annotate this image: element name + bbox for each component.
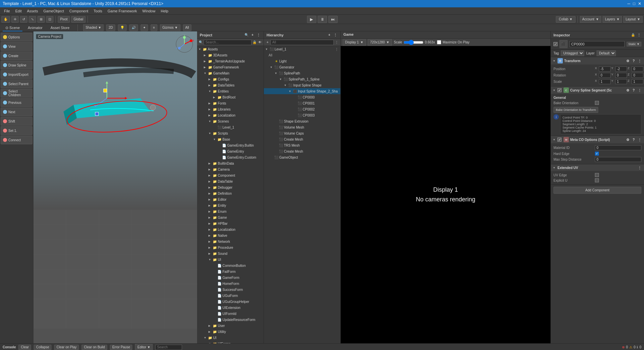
tree-localization2[interactable]: ▶ 📁 Localization [197,226,264,232]
tree-network[interactable]: ▶ 📁 Network [197,238,264,244]
material-id-input[interactable] [595,145,641,150]
meta-co-menu-icon[interactable]: ⋮ [637,137,642,142]
tree-enum[interactable]: ▶ 📁 Enum [197,208,264,214]
transform-settings-icon[interactable]: ⚙ [625,58,630,63]
curvy-spline-header[interactable]: ▼ ✓ C Curvy Spline Segment (Sc ⚙ ? ⋮ [551,86,644,94]
scale-y[interactable] [615,79,627,84]
hierarchy-create-mesh[interactable]: ⬛ Create Mesh [264,136,340,142]
hierarchy-cp0003[interactable]: ⬛ CP0003 [264,112,340,118]
effects-btn[interactable]: ✦ [141,24,148,31]
console-search-input[interactable] [155,345,182,350]
2d-btn[interactable]: 2D [106,24,115,31]
restore-btn[interactable]: □ [633,1,635,6]
extended-uv-header[interactable]: ▼ Extended UV ⋮ [551,164,644,171]
tree-user[interactable]: ▶ 📁 User [197,323,264,329]
tree-gameentry[interactable]: 📄 GameEntry [197,148,264,154]
tree-procedure[interactable]: ▶ 📁 Procedure [197,244,264,250]
tree-gameentry-custom[interactable]: 📄 GameEntry.Custom [197,154,264,160]
select-children-btn[interactable]: Select Children [1,89,32,98]
pause-button[interactable]: ⏸ [318,16,327,23]
tree-entities[interactable]: ▼ 📁 Entities [197,88,264,94]
position-z[interactable] [632,66,643,71]
static-dropdown[interactable]: Static ▼ [627,42,641,46]
lock-icon[interactable]: 🔒 [252,40,257,45]
extended-uv-menu-icon[interactable]: ⋮ [637,165,642,170]
console-clear-build-btn[interactable]: Clear on Build [82,345,107,350]
all-btn[interactable]: All [183,24,191,31]
console-editor-dropdown[interactable]: Editor ▼ [135,344,153,350]
step-button[interactable]: ⏭ [328,16,338,23]
tree-gameform[interactable]: 📄 GameForm [197,275,264,281]
project-search-icon[interactable]: 🔍 [244,33,249,37]
menu-window[interactable]: Window [140,7,158,15]
layer-select[interactable]: Default [597,50,616,56]
tag-select[interactable]: Untagged [561,50,584,56]
maximize-checkbox[interactable] [437,40,441,44]
tree-datatables[interactable]: ▶ 📁 DataTables [197,82,264,88]
hierarchy-trs-mesh[interactable]: ⬛ TRS Mesh [264,142,340,148]
shaded-dropdown[interactable]: Shaded ▼ [83,24,104,31]
tab-animator[interactable]: Animator [25,24,45,31]
project-menu-icon[interactable]: ⋮ [256,33,261,37]
tree-debugger[interactable]: ▶ 📁 Debugger [197,184,264,190]
tree-scripts[interactable]: ▼ 📁 Scripts [197,130,264,136]
previous-btn[interactable]: Previous [1,98,32,107]
hierarchy-cp0000[interactable]: ⬛ CP0000 [264,94,340,100]
hierarchy-level1-menu[interactable]: ⋮ [334,47,339,51]
hierarchy-all[interactable]: All [264,52,340,58]
tab-asset-store[interactable]: Asset Store [48,24,72,31]
rotate-tool-btn[interactable]: ↺ [20,16,27,23]
transform-menu-icon[interactable]: ⋮ [637,58,642,63]
eye-icon[interactable]: 👁 [258,40,262,45]
project-add-icon[interactable]: + [250,33,255,37]
tree-sound[interactable]: ▶ 📁 Sound [197,250,264,256]
audio-btn[interactable]: 🔊 [129,24,138,31]
hard-edge-checkbox[interactable]: ✓ [595,152,599,156]
rect-tool-btn[interactable]: ⊞ [37,16,45,23]
curvy-active-checkbox[interactable]: ✓ [557,88,561,92]
hierarchy-create-mesh2[interactable]: ⬛ Create Mesh [264,148,340,154]
connect-btn[interactable]: Connect [1,136,32,144]
tree-level1[interactable]: ⬛ Level_1 [197,124,264,130]
scale-slider[interactable] [404,40,424,45]
tree-ui-scripts[interactable]: ▼ 📁 UI [197,256,264,262]
import-export-btn[interactable]: Import/Export [1,70,32,79]
tree-game[interactable]: ▶ 📁 Game [197,214,264,220]
hierarchy-cp0001[interactable]: ⬛ CP0001 [264,100,340,106]
menu-assets[interactable]: Assets [24,7,41,15]
hierarchy-menu-icon[interactable]: ⋮ [333,33,338,37]
tree-definition[interactable]: ▶ 📁 Definition [197,190,264,196]
menu-gameframework[interactable]: Game Framework [105,7,140,15]
select-parent-btn[interactable]: Select Parent [1,79,32,88]
tree-3dassets[interactable]: ▶ 📁 3DAssets [197,52,264,58]
inspector-lock-icon[interactable]: 🔒 [631,33,635,37]
hierarchy-level1[interactable]: ▼ ⬛ Level_1 ⋮ [264,46,340,52]
extra-btn[interactable]: ≡ [151,24,157,31]
tree-fonts[interactable]: ▶ 📁 Fonts [197,100,264,106]
tree-entity[interactable]: ▶ 📁 Entity [197,202,264,208]
tree-birdroot[interactable]: ▶ 📁 BirdRoot [197,94,264,100]
explicit-u-checkbox[interactable] [595,178,599,182]
menu-gameobject[interactable]: GameObject [41,7,67,15]
hierarchy-volume-mesh[interactable]: ⬛ Volume Mesh [264,124,340,130]
tree-libraries[interactable]: ▶ 📁 Libraries [197,106,264,112]
hierarchy-light[interactable]: ☀ Light [264,58,340,64]
tree-updateresourceform[interactable]: 📄 UpdateResourceForm [197,317,264,323]
console-clear-play-btn[interactable]: Clear on Play [54,345,79,350]
account-dropdown[interactable]: Account ▼ [580,16,601,23]
global-btn[interactable]: Global [71,16,86,23]
move-tool-btn[interactable]: ✛ [11,16,19,23]
resolution-dropdown[interactable]: 720x1280 ▼ [368,39,392,46]
layers-dropdown[interactable]: Layers ▼ [603,16,622,23]
uv-edge-checkbox[interactable] [595,173,599,177]
hierarchy-splinepath1[interactable]: ▼ ⬛ SplinePath_1_Spline [264,76,340,82]
set1-btn[interactable]: Set 1. [1,126,32,135]
meta-co-header[interactable]: ▼ ✓ M Meta CO Options (Script) ⚙ ? ⋮ [551,136,644,143]
tree-utility[interactable]: ▶ 📁 Utility [197,329,264,335]
scene-gizmo[interactable]: X Y Z [174,34,194,54]
collab-btn[interactable]: Collab ▼ [556,16,576,23]
hierarchy-volume-caps[interactable]: ⬛ Volume Caps [264,130,340,136]
bake-orientation-to-transform-btn[interactable]: Bake Orientation to Transform [553,107,598,113]
hierarchy-splinepath[interactable]: ▼ ⬛ SplinePath [264,70,340,76]
hierarchy-generator[interactable]: ▼ ⬛ Generator [264,64,340,70]
